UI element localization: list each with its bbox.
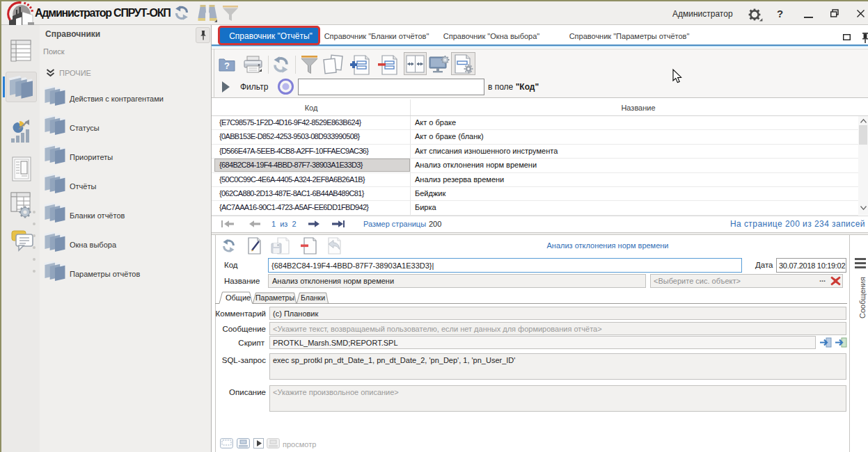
svg-text:?: ?: [224, 60, 230, 71]
